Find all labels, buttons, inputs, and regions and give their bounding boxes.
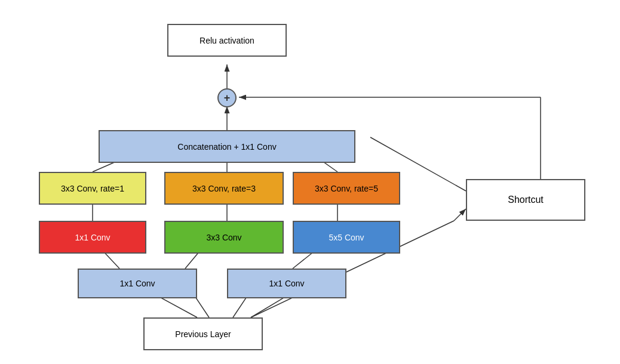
shortcut-node: Shortcut	[466, 179, 585, 221]
conv-rate1-node: 3x3 Conv, rate=1	[39, 172, 146, 205]
svg-line-21	[454, 209, 466, 221]
prev-layer-node: Previous Layer	[143, 317, 263, 350]
diagram-container: Relu activation + Concatenation + 1x1 Co…	[0, 0, 620, 364]
conv1x1-red-node: 1x1 Conv	[39, 221, 146, 254]
branch1x1-right-node: 1x1 Conv	[227, 269, 346, 298]
conv5x5-blue-node: 5x5 Conv	[293, 221, 400, 254]
plus-circle: +	[217, 88, 237, 107]
conv3x3-green-node: 3x3 Conv	[164, 221, 284, 254]
relu-node: Relu activation	[167, 24, 287, 57]
conv-rate5-node: 3x3 Conv, rate=5	[293, 172, 400, 205]
conv-rate3-node: 3x3 Conv, rate=3	[164, 172, 284, 205]
concat-node: Concatenation + 1x1 Conv	[99, 130, 355, 163]
branch1x1-left-node: 1x1 Conv	[78, 269, 197, 298]
